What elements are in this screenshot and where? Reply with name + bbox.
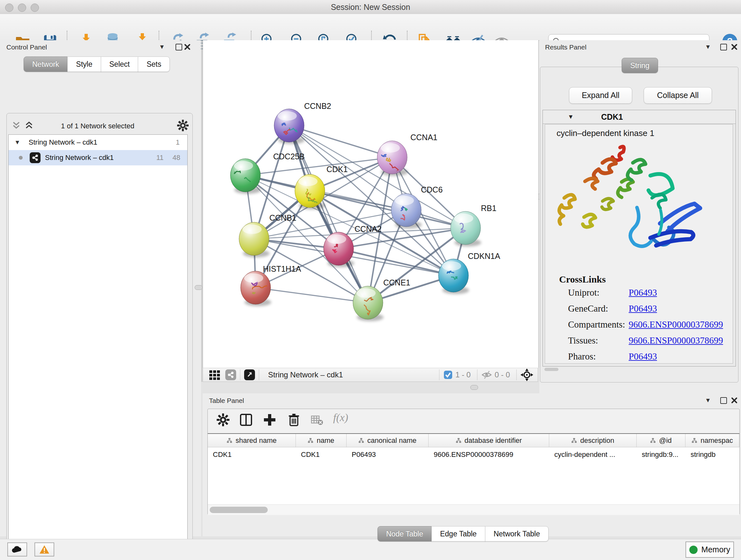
results-panel-title: Results Panel: [545, 44, 587, 51]
tab-string[interactable]: String: [622, 58, 658, 73]
network-type-icon: [30, 152, 41, 163]
node-label: CCNB1: [269, 213, 296, 222]
control-panel-menu-icon[interactable]: ▼: [159, 44, 165, 51]
column-type-icon: [650, 438, 656, 443]
network-collection-row[interactable]: ▼ String Network – cdk1 1: [9, 135, 187, 150]
column-label: namespac: [700, 436, 733, 445]
crosslink-link[interactable]: 9606.ENSP00000378699: [629, 319, 723, 330]
network-options-gear-icon[interactable]: [177, 119, 189, 132]
column-header-namespac[interactable]: namespac: [685, 434, 739, 447]
tab-edge-table[interactable]: Edge Table: [431, 526, 485, 542]
crosslink-link[interactable]: P06493: [629, 351, 657, 362]
grid-view-icon[interactable]: [209, 369, 220, 381]
expand-all-button[interactable]: Expand All: [569, 87, 632, 104]
left-splitter-handle[interactable]: [195, 285, 202, 290]
column-type-icon: [358, 438, 364, 443]
toolbar-divider: [477, 369, 477, 380]
show-columns-icon[interactable]: [239, 413, 253, 427]
control-panel-float-icon[interactable]: [176, 44, 182, 51]
birdseye-view-icon[interactable]: [244, 369, 255, 380]
memory-button[interactable]: Memory: [685, 542, 734, 558]
results-panel-menu-icon[interactable]: ▼: [705, 44, 711, 51]
tab-sets[interactable]: Sets: [138, 57, 170, 72]
column-header-description[interactable]: description: [549, 434, 636, 447]
crosslink-link[interactable]: P06493: [629, 303, 657, 314]
node-label: CDC25B: [273, 152, 305, 161]
network-selection-row: 1 of 1 Network selected: [8, 120, 190, 133]
crosslink-link[interactable]: P06493: [629, 287, 657, 298]
hidden-eye-icon[interactable]: [481, 369, 492, 380]
results-hscroll-thumb[interactable]: [544, 368, 558, 371]
node-CDC6[interactable]: CDC6: [391, 185, 443, 229]
node-CDKN1A[interactable]: CDKN1A: [439, 252, 500, 294]
cell[interactable]: CDK1: [296, 447, 347, 462]
control-panel-close-icon[interactable]: [185, 44, 190, 50]
delete-column-trash-icon[interactable]: [287, 413, 301, 427]
tab-select[interactable]: Select: [101, 57, 138, 72]
table-panel-float-icon[interactable]: [720, 397, 727, 404]
table-panel-close-icon[interactable]: [731, 397, 737, 403]
results-panel-tabs: String: [622, 58, 658, 73]
node-CCNA1[interactable]: CCNA1: [377, 133, 437, 176]
table-row[interactable]: CDK1CDK1P064939606.ENSP00000378699cyclin…: [208, 447, 739, 462]
column-header-@id[interactable]: @id: [636, 434, 685, 447]
crosslink-link[interactable]: 9606.ENSP00000378699: [629, 335, 723, 346]
left-splitter[interactable]: [201, 40, 202, 382]
cell[interactable]: cyclin-dependent ...: [549, 447, 636, 462]
node-label: HIST1H1A: [263, 264, 301, 273]
tab-network[interactable]: Network: [23, 57, 68, 72]
column-header-shared-name[interactable]: shared name: [208, 434, 296, 447]
network-row-selected[interactable]: String Network – cdk1 11 48: [9, 150, 187, 165]
main-toolbar: ?: [0, 14, 741, 41]
tab-network-table[interactable]: Network Table: [485, 526, 549, 542]
cell[interactable]: stringdb: [685, 447, 739, 462]
add-column-icon[interactable]: [263, 413, 277, 427]
status-bar: Memory: [0, 539, 741, 560]
node-CCNE1[interactable]: CCNE1: [353, 278, 410, 321]
cell[interactable]: P06493: [347, 447, 428, 462]
crosslink-row: Tissues: 9606.ENSP00000378699: [568, 335, 728, 351]
results-panel-close-icon[interactable]: [731, 44, 737, 50]
cloud-status-button[interactable]: [7, 543, 27, 557]
node-HIST1H1A[interactable]: HIST1H1A: [241, 264, 301, 306]
table-hscroll-thumb[interactable]: [210, 507, 268, 513]
tab-node-table[interactable]: Node Table: [378, 526, 432, 542]
node-label: CCNE1: [383, 278, 410, 287]
selected-checkbox-icon[interactable]: [443, 370, 453, 380]
network-canvas[interactable]: CCNB2CCNA1CDC25BCDK1CDC6RB1CCNB1CCNA2CDK…: [203, 40, 539, 368]
network-share-view-icon[interactable]: [225, 369, 236, 380]
bottom-splitter-handle[interactable]: [470, 385, 478, 390]
pan-crosshair-icon[interactable]: [521, 368, 533, 381]
column-header-canonical-name[interactable]: canonical name: [347, 434, 428, 447]
cdk1-result-card: ▼ CDK1 cyclin–dependent kinase 1: [542, 110, 736, 367]
table-panel-title: Table Panel: [209, 397, 244, 405]
cell[interactable]: stringdb:9...: [636, 447, 685, 462]
cdk1-collapse-icon[interactable]: ▼: [568, 113, 574, 120]
crosslinks-title: CrossLinks: [559, 274, 606, 285]
node-CCNB1[interactable]: CCNB1: [239, 213, 296, 257]
node-RB1[interactable]: RB1: [451, 204, 496, 246]
warning-status-button[interactable]: [35, 543, 54, 557]
function-builder-button[interactable]: f(x): [333, 412, 348, 424]
column-header-database-identifier[interactable]: database identifier: [428, 434, 549, 447]
crosslink-row: Compartments: 9606.ENSP00000378699: [568, 319, 728, 335]
cell[interactable]: 9606.ENSP00000378699: [428, 447, 549, 462]
node-label: CCNA1: [410, 133, 437, 142]
network-graph[interactable]: CCNB2CCNA1CDC25BCDK1CDC6RB1CCNB1CCNA2CDK…: [203, 40, 538, 368]
cell[interactable]: CDK1: [208, 447, 296, 462]
memory-status-dot: [689, 546, 697, 554]
collapse-all-button[interactable]: Collapse All: [644, 87, 712, 104]
tab-style[interactable]: Style: [67, 57, 101, 72]
table-settings-gear-icon[interactable]: [216, 413, 230, 427]
network-view-toolbar: String Network – cdk1 1 - 0 0 - 0: [203, 368, 538, 382]
crosslink-row: GeneCard: P06493: [568, 303, 728, 319]
edge[interactable]: [256, 288, 368, 303]
column-type-icon: [691, 438, 697, 443]
delete-table-icon[interactable]: [311, 414, 323, 426]
crosslink-label: Uniprot:: [568, 287, 599, 298]
table-panel-menu-icon[interactable]: ▼: [705, 397, 711, 404]
collection-expand-icon[interactable]: ▼: [14, 139, 20, 146]
column-header-name[interactable]: name: [296, 434, 347, 447]
results-panel-float-icon[interactable]: [720, 44, 727, 51]
cdk1-card-header[interactable]: ▼ CDK1: [543, 110, 736, 124]
